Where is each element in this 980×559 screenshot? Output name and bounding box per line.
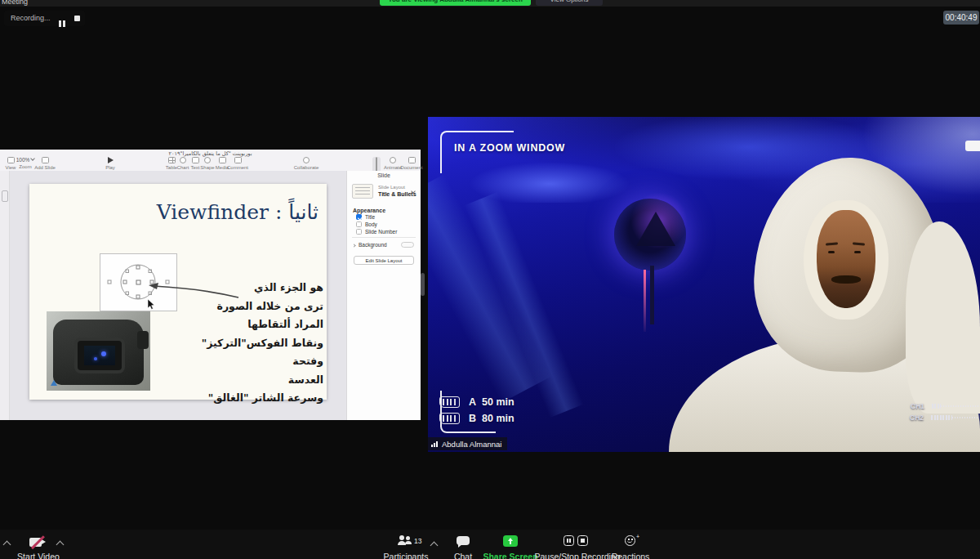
level-meter — [932, 404, 980, 409]
audio-options-caret-icon[interactable] — [3, 541, 11, 549]
pink-light-strip — [644, 270, 646, 332]
add-slide-icon — [42, 157, 49, 163]
chat-icon[interactable] — [457, 536, 470, 545]
slide-body-text: هو الجزء الذي ترى من خلاله الصورة المراد… — [193, 279, 323, 408]
participant-video-feed: IN A ZOOM WINDOW A 50 min B 80 min CH1 C… — [428, 117, 980, 452]
participant-name-tag: Abdulla Almannai — [428, 437, 507, 450]
recording-status-pill: Recording... — [4, 11, 85, 26]
participants-icon — [399, 535, 404, 540]
audio-level-icon — [431, 441, 439, 447]
eyepiece-cup — [74, 338, 125, 373]
title-checkbox-row[interactable]: Title — [353, 214, 375, 220]
reactions-plus-icon: + — [636, 534, 639, 539]
eyepiece-screen — [84, 346, 115, 365]
meeting-timer: 00:40:49 — [943, 11, 979, 25]
body-line: ترى من خلاله الصورة — [193, 297, 323, 316]
view-options-button[interactable]: View Options — [536, 0, 603, 6]
memory-card-icon — [439, 396, 460, 408]
level-meter — [931, 415, 979, 420]
body-checkbox-row[interactable]: Body — [353, 221, 377, 227]
slide-number-checkbox-row[interactable]: Slide Number — [353, 229, 397, 235]
audio-channel-1-meter: CH1 — [911, 402, 980, 410]
meeting-controls-toolbar: Start Video 13 Participants Chat Share S… — [0, 530, 980, 559]
slide-card: Viewfinder : ثانياً — [29, 184, 327, 400]
comment-button[interactable]: Comment — [220, 157, 256, 170]
video-camera-lens-icon — [42, 539, 46, 544]
document-title: بوربوينت "كل ما يتعلق بالكاميرا"٢٠١٩ — [0, 150, 421, 157]
camera-body — [53, 320, 144, 385]
slide-navigator[interactable] — [0, 171, 10, 420]
body-line: هو الجزء الذي — [193, 279, 323, 297]
audio-channel-2-meter: CH2 — [910, 414, 979, 422]
camera-a-timer: A 50 min — [439, 396, 514, 408]
reactions-label[interactable]: Reactions — [612, 552, 650, 559]
participants-count-badge: 13 — [414, 537, 421, 545]
edit-slide-layout-button[interactable]: Edit Slide Layout — [354, 256, 414, 265]
lamp-silhouette — [636, 212, 675, 246]
comment-icon — [234, 157, 242, 163]
checkbox-icon[interactable] — [356, 229, 362, 235]
play-icon — [108, 157, 114, 163]
collaborate-button[interactable]: Collaborate — [288, 157, 324, 170]
slide-layout-thumbnail[interactable] — [352, 184, 373, 199]
add-slide-button[interactable]: Add Slide — [27, 157, 63, 170]
person-face — [817, 210, 875, 308]
pause-stop-recording-label[interactable]: Pause/Stop Recording — [534, 552, 620, 559]
pause-recording-icon[interactable] — [59, 16, 65, 30]
stop-recording-button[interactable] — [577, 535, 588, 546]
body-line: وسرعة الشاتر "الغالق" — [193, 389, 323, 408]
share-screen-icon[interactable] — [503, 535, 518, 547]
background-label: Background — [359, 242, 387, 248]
collaborate-icon — [303, 157, 310, 163]
document-button[interactable]: Document — [394, 157, 430, 170]
viewing-screen-banner: You are Viewing Abdulla Almannai's scree… — [380, 0, 531, 6]
start-video-label[interactable]: Start Video — [17, 552, 60, 559]
checkbox-icon[interactable] — [356, 221, 362, 227]
checkbox-checked-icon[interactable] — [356, 214, 362, 220]
video-overlay-title: IN A ZOOM WINDOW — [454, 142, 565, 154]
appearance-label: Appearance — [353, 208, 385, 213]
brand-logo-mark — [51, 380, 57, 386]
slide-thumbnail[interactable] — [2, 190, 8, 202]
background-color-well[interactable] — [401, 242, 414, 248]
window-title: Meeting — [2, 0, 28, 6]
pause-recording-button[interactable] — [564, 535, 574, 546]
divider — [352, 237, 416, 238]
reactions-icon[interactable] — [625, 535, 635, 546]
play-button[interactable]: Play — [92, 157, 128, 170]
slide-layout-value[interactable]: Title & Bullets — [378, 191, 416, 197]
scrollbar-handle[interactable] — [421, 273, 425, 296]
tally-light — [965, 141, 980, 151]
participants-label[interactable]: Participants — [384, 552, 429, 559]
body-line: العدسة — [193, 371, 323, 390]
disclosure-chevron-icon[interactable] — [352, 244, 355, 247]
mouse-cursor-icon — [148, 299, 155, 310]
video-options-caret-icon[interactable] — [56, 541, 65, 549]
body-line: ونقاط الفوكس"التركيز" وفتحة — [193, 334, 323, 371]
start-video-button[interactable] — [29, 535, 49, 549]
inspector-tab-slide[interactable]: Slide — [347, 172, 421, 178]
lamp-stand — [650, 266, 654, 324]
camera-dial — [137, 331, 149, 349]
camera-b-timer: B 80 min — [439, 413, 514, 424]
camera-viewfinder-photo — [47, 311, 150, 391]
chat-label[interactable]: Chat — [454, 552, 472, 559]
memory-card-icon — [439, 413, 460, 424]
slide-canvas: Viewfinder : ثانياً — [10, 171, 346, 420]
slide-layout-label: Slide Layout — [378, 185, 405, 190]
headdress-drape — [906, 221, 980, 414]
document-icon — [408, 157, 416, 163]
body-line: المراد ألتقاطها — [193, 315, 323, 334]
participants-caret-icon[interactable] — [430, 542, 439, 550]
shared-screen-keynote-window: بوربوينت "كل ما يتعلق بالكاميرا"٢٠١٩ Vie… — [0, 150, 421, 420]
recording-label: Recording... — [11, 14, 51, 22]
stop-recording-icon[interactable] — [74, 16, 80, 21]
share-screen-label[interactable]: Share Screen — [483, 552, 537, 559]
format-inspector-panel: Slide Slide Layout Title & Bullets Appea… — [346, 171, 421, 420]
